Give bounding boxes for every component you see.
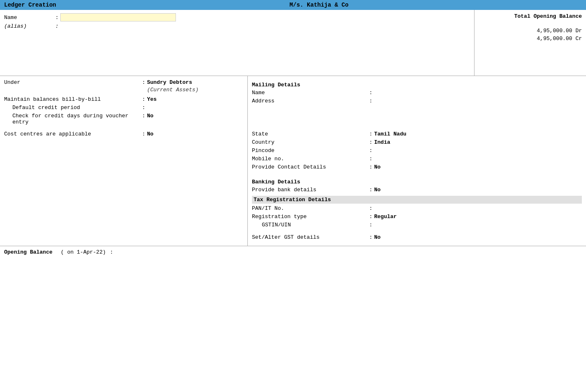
- footer-date: ( on 1-Apr-22): [61, 249, 106, 255]
- mailing-state-value: Tamil Nadu: [374, 131, 406, 137]
- mailing-pincode-colon: :: [368, 147, 374, 154]
- check-credit-row: Check for credit days during voucher ent…: [4, 113, 243, 125]
- name-colon: :: [54, 14, 60, 21]
- mailing-name-row: Name :: [252, 90, 582, 97]
- mailing-name-label: Name: [252, 90, 368, 96]
- mailing-country-label: Country: [252, 139, 368, 145]
- cost-centres-colon: :: [140, 131, 147, 137]
- cost-centres-row: Cost centres are applicable : No: [4, 131, 243, 138]
- footer-bar: Opening Balance ( on 1-Apr-22) :: [0, 246, 586, 258]
- mailing-mobile-row: Mobile no. :: [252, 156, 582, 163]
- content-right: Mailing Details Name : Address : State :…: [248, 76, 586, 246]
- tax-set-alter-colon: :: [368, 234, 374, 240]
- banking-bank-label: Provide bank details: [252, 187, 368, 193]
- header-center-title: M/s. Kathija & Co: [289, 2, 349, 8]
- banking-bank-colon: :: [368, 187, 374, 193]
- mailing-address-colon: :: [368, 98, 374, 104]
- name-input[interactable]: [60, 13, 176, 21]
- tax-pan-colon: :: [368, 205, 374, 211]
- amount-cr-row: 4,95,000.00 Cr: [479, 36, 582, 42]
- amount-dr-row: 4,95,000.00 Dr: [479, 28, 582, 34]
- top-left-area: Name : (alias) :: [0, 10, 474, 76]
- default-credit-label: Default credit period: [4, 105, 140, 111]
- mailing-country-value: India: [374, 139, 390, 145]
- tax-gstin-row: GSTIN/UIN :: [252, 222, 582, 229]
- tax-reg-type-value: Regular: [374, 214, 397, 220]
- banking-section-header: Banking Details: [252, 179, 582, 185]
- mailing-mobile-colon: :: [368, 156, 374, 162]
- check-credit-value: No: [147, 113, 154, 119]
- name-label: Name: [4, 14, 54, 21]
- tax-reg-type-row: Registration type : Regular: [252, 214, 582, 221]
- maintain-row: Maintain balances bill-by-bill : Yes: [4, 96, 243, 104]
- content-left: Under : Sundry Debtors (Current Assets) …: [0, 76, 248, 246]
- alias-row: (alias) :: [4, 23, 470, 29]
- cost-centres-value: No: [147, 131, 154, 137]
- spacer2: [252, 106, 582, 131]
- footer-colon: :: [110, 249, 113, 255]
- alias-label: (alias): [4, 23, 54, 29]
- maintain-value: Yes: [147, 96, 157, 102]
- amount-dr: 4,95,000.00 Dr: [537, 28, 582, 34]
- cost-centres-label: Cost centres are applicable: [4, 131, 140, 137]
- banking-bank-row: Provide bank details : No: [252, 187, 582, 194]
- tax-set-alter-label: Set/Alter GST details: [252, 234, 368, 240]
- under-row: Under : Sundry Debtors: [4, 79, 243, 87]
- tax-set-alter-row: Set/Alter GST details : No: [252, 234, 582, 242]
- name-row: Name :: [4, 13, 470, 21]
- mailing-section-header: Mailing Details: [252, 82, 582, 88]
- mailing-contact-colon: :: [368, 164, 374, 170]
- mailing-address-label: Address: [252, 98, 368, 104]
- mailing-state-colon: :: [368, 131, 374, 137]
- mailing-name-colon: :: [368, 90, 374, 96]
- tax-gstin-colon: :: [368, 222, 374, 228]
- content-area: Under : Sundry Debtors (Current Assets) …: [0, 76, 586, 246]
- banking-bank-value: No: [374, 187, 381, 193]
- under-label: Under: [4, 79, 140, 86]
- maintain-label: Maintain balances bill-by-bill: [4, 96, 140, 102]
- spacer3: [252, 172, 582, 176]
- default-credit-colon: :: [140, 105, 147, 111]
- check-credit-colon: :: [140, 113, 147, 119]
- mailing-contact-value: No: [374, 164, 381, 170]
- under-value: Sundry Debtors: [147, 79, 192, 86]
- default-credit-row: Default credit period :: [4, 105, 243, 112]
- mailing-state-label: State: [252, 131, 368, 137]
- total-opening-title: Total Opening Balance: [479, 13, 582, 19]
- spacer4: [252, 230, 582, 234]
- amount-cr: 4,95,000.00 Cr: [537, 36, 582, 42]
- mailing-contact-label: Provide Contact Details: [252, 164, 368, 170]
- spacer1: [4, 126, 243, 131]
- header-bar: Ledger Creation M/s. Kathija & Co: [0, 0, 586, 10]
- mailing-state-row: State : Tamil Nadu: [252, 131, 582, 138]
- mailing-address-row: Address :: [252, 98, 582, 105]
- check-credit-label: Check for credit days during voucher ent…: [4, 113, 140, 125]
- under-colon: :: [140, 79, 147, 86]
- mailing-mobile-label: Mobile no.: [252, 156, 368, 162]
- top-area: Name : (alias) : Total Opening Balance 4…: [0, 10, 586, 76]
- header-left-title: Ledger Creation: [4, 2, 56, 8]
- mailing-country-colon: :: [368, 139, 374, 145]
- tax-section-header: Tax Registration Details: [252, 196, 582, 204]
- under-sub-row: (Current Assets): [4, 87, 243, 93]
- mailing-country-row: Country : India: [252, 139, 582, 147]
- alias-colon: :: [54, 23, 60, 29]
- mailing-pincode-row: Pincode :: [252, 147, 582, 155]
- tax-reg-type-label: Registration type: [252, 214, 368, 220]
- tax-gstin-label: GSTIN/UIN: [252, 222, 368, 228]
- tax-pan-label: PAN/IT No.: [252, 205, 368, 211]
- tax-pan-row: PAN/IT No. :: [252, 205, 582, 213]
- under-sub: (Current Assets): [147, 87, 199, 93]
- footer-opening-balance: Opening Balance: [4, 249, 52, 255]
- mailing-pincode-label: Pincode: [252, 147, 368, 154]
- mailing-contact-row: Provide Contact Details : No: [252, 164, 582, 171]
- top-right-area: Total Opening Balance 4,95,000.00 Dr 4,9…: [474, 10, 586, 76]
- maintain-colon: :: [140, 96, 147, 102]
- tax-reg-type-colon: :: [368, 214, 374, 220]
- tax-set-alter-value: No: [374, 234, 381, 240]
